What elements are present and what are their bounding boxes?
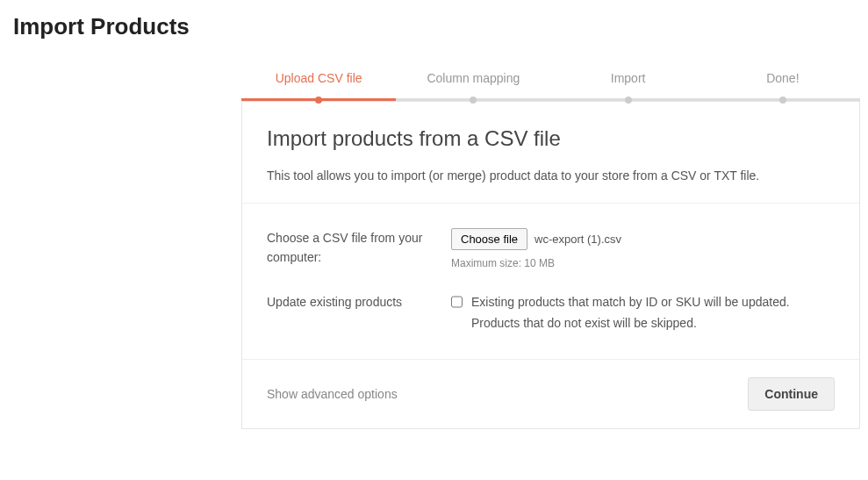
step-upload-csv[interactable]: Upload CSV file: [241, 71, 396, 101]
step-label: Done!: [766, 71, 799, 85]
file-label: Choose a CSV file from your computer:: [267, 228, 451, 269]
selected-file-name: wc-export (1).csv: [534, 233, 621, 246]
update-control: Existing products that match by ID or SK…: [451, 292, 835, 334]
import-card: Import products from a CSV file This too…: [241, 101, 860, 429]
progress-steps: Upload CSV file Column mapping Import Do…: [241, 71, 860, 101]
step-dot: [625, 97, 632, 104]
step-dot: [470, 97, 477, 104]
import-wizard: Upload CSV file Column mapping Import Do…: [241, 71, 860, 429]
update-existing-checkbox[interactable]: [451, 296, 463, 308]
max-size-text: Maximum size: 10 MB: [451, 257, 835, 269]
page-title: Import Products: [13, 13, 868, 40]
update-help-text: Existing products that match by ID or SK…: [471, 292, 835, 334]
file-control: Choose file wc-export (1).csv Maximum si…: [451, 228, 835, 269]
card-title: Import products from a CSV file: [267, 126, 835, 151]
step-label: Column mapping: [427, 71, 520, 85]
step-dot: [779, 97, 786, 104]
choose-file-button[interactable]: Choose file: [451, 228, 527, 250]
card-description: This tool allows you to import (or merge…: [267, 167, 835, 185]
continue-button[interactable]: Continue: [748, 377, 835, 411]
step-column-mapping[interactable]: Column mapping: [396, 71, 550, 101]
step-done[interactable]: Done!: [706, 71, 860, 101]
card-header: Import products from a CSV file This too…: [242, 102, 859, 203]
step-label: Import: [611, 71, 646, 85]
card-body: Choose a CSV file from your computer: Ch…: [242, 203, 859, 359]
file-row: Choose a CSV file from your computer: Ch…: [267, 228, 835, 269]
update-checkbox-row: Existing products that match by ID or SK…: [451, 292, 835, 334]
step-label: Upload CSV file: [276, 71, 362, 85]
update-row: Update existing products Existing produc…: [267, 292, 835, 334]
card-footer: Show advanced options Continue: [242, 359, 859, 428]
update-label: Update existing products: [267, 292, 451, 334]
show-advanced-link[interactable]: Show advanced options: [267, 387, 398, 401]
file-picker: Choose file wc-export (1).csv: [451, 228, 621, 250]
step-dot: [315, 97, 322, 104]
step-import[interactable]: Import: [551, 71, 706, 101]
